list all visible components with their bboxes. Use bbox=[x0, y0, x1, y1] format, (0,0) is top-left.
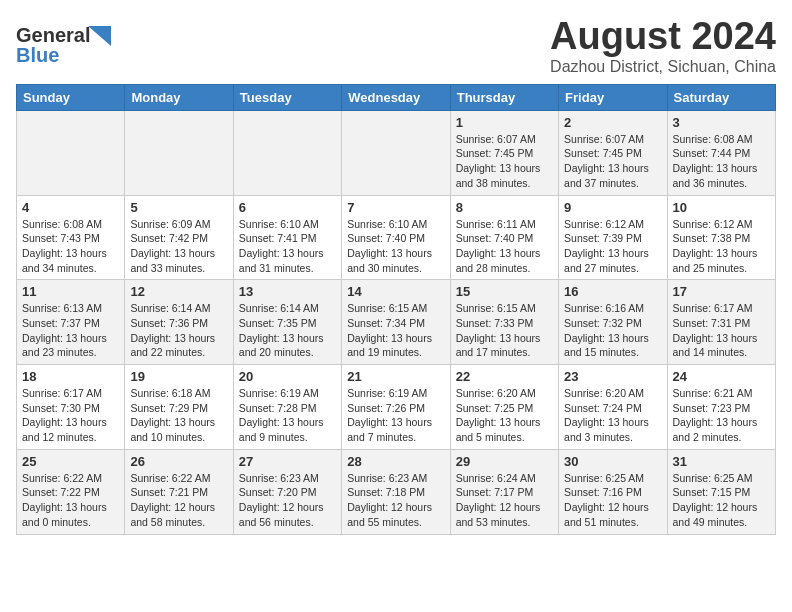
svg-marker-1 bbox=[88, 26, 111, 46]
calendar-cell: 14Sunrise: 6:15 AM Sunset: 7:34 PM Dayli… bbox=[342, 280, 450, 365]
day-info: Sunrise: 6:23 AM Sunset: 7:20 PM Dayligh… bbox=[239, 471, 336, 530]
day-info: Sunrise: 6:10 AM Sunset: 7:40 PM Dayligh… bbox=[347, 217, 444, 276]
day-number: 2 bbox=[564, 115, 661, 130]
calendar-cell: 28Sunrise: 6:23 AM Sunset: 7:18 PM Dayli… bbox=[342, 449, 450, 534]
calendar-cell: 16Sunrise: 6:16 AM Sunset: 7:32 PM Dayli… bbox=[559, 280, 667, 365]
calendar-cell: 15Sunrise: 6:15 AM Sunset: 7:33 PM Dayli… bbox=[450, 280, 558, 365]
day-info: Sunrise: 6:16 AM Sunset: 7:32 PM Dayligh… bbox=[564, 301, 661, 360]
header-tuesday: Tuesday bbox=[233, 84, 341, 110]
calendar-cell: 5Sunrise: 6:09 AM Sunset: 7:42 PM Daylig… bbox=[125, 195, 233, 280]
day-info: Sunrise: 6:20 AM Sunset: 7:24 PM Dayligh… bbox=[564, 386, 661, 445]
day-info: Sunrise: 6:08 AM Sunset: 7:43 PM Dayligh… bbox=[22, 217, 119, 276]
day-number: 10 bbox=[673, 200, 770, 215]
day-number: 6 bbox=[239, 200, 336, 215]
day-number: 29 bbox=[456, 454, 553, 469]
day-number: 28 bbox=[347, 454, 444, 469]
day-number: 9 bbox=[564, 200, 661, 215]
day-info: Sunrise: 6:25 AM Sunset: 7:15 PM Dayligh… bbox=[673, 471, 770, 530]
title-block: August 2024 Dazhou District, Sichuan, Ch… bbox=[550, 16, 776, 76]
day-number: 17 bbox=[673, 284, 770, 299]
calendar-cell: 23Sunrise: 6:20 AM Sunset: 7:24 PM Dayli… bbox=[559, 365, 667, 450]
day-info: Sunrise: 6:12 AM Sunset: 7:39 PM Dayligh… bbox=[564, 217, 661, 276]
header-friday: Friday bbox=[559, 84, 667, 110]
day-info: Sunrise: 6:14 AM Sunset: 7:36 PM Dayligh… bbox=[130, 301, 227, 360]
calendar-cell: 26Sunrise: 6:22 AM Sunset: 7:21 PM Dayli… bbox=[125, 449, 233, 534]
calendar-cell: 13Sunrise: 6:14 AM Sunset: 7:35 PM Dayli… bbox=[233, 280, 341, 365]
day-info: Sunrise: 6:19 AM Sunset: 7:28 PM Dayligh… bbox=[239, 386, 336, 445]
day-number: 11 bbox=[22, 284, 119, 299]
day-number: 14 bbox=[347, 284, 444, 299]
calendar-week-4: 25Sunrise: 6:22 AM Sunset: 7:22 PM Dayli… bbox=[17, 449, 776, 534]
day-info: Sunrise: 6:22 AM Sunset: 7:22 PM Dayligh… bbox=[22, 471, 119, 530]
calendar-cell: 31Sunrise: 6:25 AM Sunset: 7:15 PM Dayli… bbox=[667, 449, 775, 534]
calendar-cell: 24Sunrise: 6:21 AM Sunset: 7:23 PM Dayli… bbox=[667, 365, 775, 450]
day-info: Sunrise: 6:07 AM Sunset: 7:45 PM Dayligh… bbox=[456, 132, 553, 191]
day-info: Sunrise: 6:07 AM Sunset: 7:45 PM Dayligh… bbox=[564, 132, 661, 191]
day-info: Sunrise: 6:12 AM Sunset: 7:38 PM Dayligh… bbox=[673, 217, 770, 276]
day-info: Sunrise: 6:19 AM Sunset: 7:26 PM Dayligh… bbox=[347, 386, 444, 445]
calendar-week-1: 4Sunrise: 6:08 AM Sunset: 7:43 PM Daylig… bbox=[17, 195, 776, 280]
day-info: Sunrise: 6:17 AM Sunset: 7:30 PM Dayligh… bbox=[22, 386, 119, 445]
logo-svg: General Blue bbox=[16, 16, 126, 68]
calendar-cell: 19Sunrise: 6:18 AM Sunset: 7:29 PM Dayli… bbox=[125, 365, 233, 450]
location: Dazhou District, Sichuan, China bbox=[550, 58, 776, 76]
calendar-cell: 9Sunrise: 6:12 AM Sunset: 7:39 PM Daylig… bbox=[559, 195, 667, 280]
day-number: 31 bbox=[673, 454, 770, 469]
day-info: Sunrise: 6:13 AM Sunset: 7:37 PM Dayligh… bbox=[22, 301, 119, 360]
day-info: Sunrise: 6:23 AM Sunset: 7:18 PM Dayligh… bbox=[347, 471, 444, 530]
day-info: Sunrise: 6:22 AM Sunset: 7:21 PM Dayligh… bbox=[130, 471, 227, 530]
header-thursday: Thursday bbox=[450, 84, 558, 110]
day-number: 13 bbox=[239, 284, 336, 299]
day-info: Sunrise: 6:18 AM Sunset: 7:29 PM Dayligh… bbox=[130, 386, 227, 445]
day-info: Sunrise: 6:14 AM Sunset: 7:35 PM Dayligh… bbox=[239, 301, 336, 360]
day-number: 5 bbox=[130, 200, 227, 215]
logo: General Blue bbox=[16, 16, 126, 72]
calendar-week-0: 1Sunrise: 6:07 AM Sunset: 7:45 PM Daylig… bbox=[17, 110, 776, 195]
calendar-cell bbox=[233, 110, 341, 195]
calendar-week-3: 18Sunrise: 6:17 AM Sunset: 7:30 PM Dayli… bbox=[17, 365, 776, 450]
day-number: 20 bbox=[239, 369, 336, 384]
day-number: 19 bbox=[130, 369, 227, 384]
calendar-cell: 12Sunrise: 6:14 AM Sunset: 7:36 PM Dayli… bbox=[125, 280, 233, 365]
day-number: 21 bbox=[347, 369, 444, 384]
day-number: 30 bbox=[564, 454, 661, 469]
calendar-cell: 3Sunrise: 6:08 AM Sunset: 7:44 PM Daylig… bbox=[667, 110, 775, 195]
day-info: Sunrise: 6:20 AM Sunset: 7:25 PM Dayligh… bbox=[456, 386, 553, 445]
calendar-cell: 4Sunrise: 6:08 AM Sunset: 7:43 PM Daylig… bbox=[17, 195, 125, 280]
header-sunday: Sunday bbox=[17, 84, 125, 110]
calendar-week-2: 11Sunrise: 6:13 AM Sunset: 7:37 PM Dayli… bbox=[17, 280, 776, 365]
day-number: 22 bbox=[456, 369, 553, 384]
header-monday: Monday bbox=[125, 84, 233, 110]
calendar-cell: 6Sunrise: 6:10 AM Sunset: 7:41 PM Daylig… bbox=[233, 195, 341, 280]
calendar-cell: 1Sunrise: 6:07 AM Sunset: 7:45 PM Daylig… bbox=[450, 110, 558, 195]
day-number: 1 bbox=[456, 115, 553, 130]
day-number: 24 bbox=[673, 369, 770, 384]
day-number: 7 bbox=[347, 200, 444, 215]
calendar-cell bbox=[342, 110, 450, 195]
month-year: August 2024 bbox=[550, 16, 776, 58]
header-wednesday: Wednesday bbox=[342, 84, 450, 110]
day-info: Sunrise: 6:11 AM Sunset: 7:40 PM Dayligh… bbox=[456, 217, 553, 276]
day-number: 18 bbox=[22, 369, 119, 384]
calendar-cell bbox=[125, 110, 233, 195]
svg-text:Blue: Blue bbox=[16, 44, 59, 66]
page-header: General Blue August 2024 Dazhou District… bbox=[16, 16, 776, 76]
day-number: 12 bbox=[130, 284, 227, 299]
calendar-cell: 29Sunrise: 6:24 AM Sunset: 7:17 PM Dayli… bbox=[450, 449, 558, 534]
day-number: 25 bbox=[22, 454, 119, 469]
day-number: 16 bbox=[564, 284, 661, 299]
day-info: Sunrise: 6:08 AM Sunset: 7:44 PM Dayligh… bbox=[673, 132, 770, 191]
day-number: 4 bbox=[22, 200, 119, 215]
calendar-table: SundayMondayTuesdayWednesdayThursdayFrid… bbox=[16, 84, 776, 535]
day-info: Sunrise: 6:15 AM Sunset: 7:33 PM Dayligh… bbox=[456, 301, 553, 360]
day-number: 26 bbox=[130, 454, 227, 469]
calendar-cell: 25Sunrise: 6:22 AM Sunset: 7:22 PM Dayli… bbox=[17, 449, 125, 534]
calendar-cell: 7Sunrise: 6:10 AM Sunset: 7:40 PM Daylig… bbox=[342, 195, 450, 280]
calendar-cell: 8Sunrise: 6:11 AM Sunset: 7:40 PM Daylig… bbox=[450, 195, 558, 280]
calendar-cell: 17Sunrise: 6:17 AM Sunset: 7:31 PM Dayli… bbox=[667, 280, 775, 365]
calendar-cell: 22Sunrise: 6:20 AM Sunset: 7:25 PM Dayli… bbox=[450, 365, 558, 450]
calendar-cell: 11Sunrise: 6:13 AM Sunset: 7:37 PM Dayli… bbox=[17, 280, 125, 365]
day-info: Sunrise: 6:25 AM Sunset: 7:16 PM Dayligh… bbox=[564, 471, 661, 530]
calendar-cell: 10Sunrise: 6:12 AM Sunset: 7:38 PM Dayli… bbox=[667, 195, 775, 280]
calendar-cell: 21Sunrise: 6:19 AM Sunset: 7:26 PM Dayli… bbox=[342, 365, 450, 450]
